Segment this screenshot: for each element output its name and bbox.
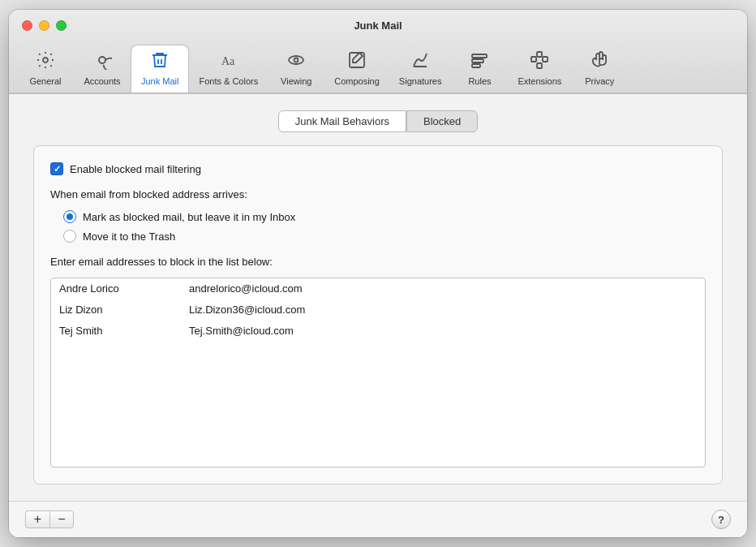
window-title: Junk Mail — [22, 19, 734, 32]
toolbar-label-general: General — [29, 76, 61, 86]
svg-rect-10 — [472, 59, 483, 62]
tab-blocked[interactable]: Blocked — [406, 110, 478, 132]
radio-label-mark: Mark as blocked mail, but leave it in my… — [83, 211, 295, 223]
toolbar-label-viewing: Viewing — [281, 76, 311, 86]
radio-label-trash: Move it to the Trash — [83, 230, 175, 243]
toolbar-item-fonts-colors[interactable]: Aa Fonts & Colors — [189, 45, 268, 93]
enable-filtering-label: Enable blocked mail filtering — [70, 163, 201, 175]
hand-icon — [590, 50, 609, 73]
toolbar-item-signatures[interactable]: Signatures — [389, 45, 452, 93]
toolbar-label-rules: Rules — [468, 76, 491, 86]
enable-filtering-row: ✓ Enable blocked mail filtering — [50, 162, 706, 175]
radio-row-mark: Mark as blocked mail, but leave it in my… — [63, 210, 706, 223]
blocked-name-2: Tej Smith — [59, 325, 189, 337]
toolbar-item-accounts[interactable]: Accounts — [74, 45, 131, 93]
svg-rect-13 — [543, 57, 548, 62]
blocked-addresses-list[interactable]: Andre Lorico andrelorico@icloud.com Liz … — [50, 278, 706, 467]
toolbar-item-privacy[interactable]: Privacy — [571, 45, 628, 93]
remove-button[interactable]: − — [49, 510, 74, 528]
toolbar-label-accounts: Accounts — [84, 76, 120, 86]
toolbar-label-signatures: Signatures — [399, 76, 442, 86]
toolbar-label-extensions: Extensions — [518, 76, 561, 86]
blocked-name-0: Andre Lorico — [59, 282, 189, 295]
minimize-button[interactable] — [39, 20, 49, 31]
toolbar-item-rules[interactable]: Rules — [451, 45, 508, 93]
blocked-email-2: Tej.Smith@icloud.com — [189, 325, 697, 337]
enable-filtering-checkbox[interactable]: ✓ — [50, 162, 63, 175]
title-bar: Junk Mail General — [9, 10, 747, 94]
toolbar-label-composing: Composing — [334, 76, 380, 86]
svg-point-1 — [99, 57, 105, 63]
rules-icon — [470, 50, 489, 73]
junk-mail-icon — [150, 50, 170, 73]
toolbar-item-composing[interactable]: Composing — [324, 45, 389, 93]
svg-point-6 — [294, 58, 299, 62]
extensions-icon — [530, 50, 549, 73]
close-button[interactable] — [22, 20, 32, 31]
bottom-bar: + − ? — [9, 501, 747, 537]
font-icon: Aa — [219, 50, 238, 73]
toolbar: General Accounts — [9, 40, 747, 93]
list-item[interactable]: Liz Dizon Liz.Dizon36@icloud.com — [51, 299, 705, 321]
toolbar-label-junk-mail: Junk Mail — [141, 76, 178, 86]
svg-rect-9 — [472, 54, 487, 58]
checkmark-icon: ✓ — [54, 165, 61, 174]
content-area: Junk Mail Behaviors Blocked ✓ Enable blo… — [9, 94, 747, 501]
at-icon — [92, 50, 112, 73]
list-item[interactable]: Tej Smith Tej.Smith@icloud.com — [51, 321, 705, 342]
gear-icon — [36, 50, 55, 73]
radio-group: Mark as blocked mail, but leave it in my… — [63, 210, 706, 243]
list-item[interactable]: Andre Lorico andrelorico@icloud.com — [51, 278, 705, 299]
svg-point-5 — [289, 56, 303, 64]
toolbar-item-general[interactable]: General — [17, 45, 74, 93]
compose-icon — [347, 50, 367, 73]
toolbar-item-junk-mail[interactable]: Junk Mail — [131, 45, 189, 93]
svg-text:Aa: Aa — [221, 55, 235, 67]
svg-rect-11 — [472, 64, 480, 67]
svg-rect-12 — [531, 57, 536, 62]
toolbar-label-fonts-colors: Fonts & Colors — [199, 76, 258, 86]
toolbar-item-extensions[interactable]: Extensions — [508, 45, 571, 93]
help-button[interactable]: ? — [711, 510, 731, 529]
sub-tab-bar: Junk Mail Behaviors Blocked — [33, 110, 723, 132]
radio-mark-blocked[interactable] — [63, 210, 76, 223]
add-button[interactable]: + — [25, 510, 49, 528]
maximize-button[interactable] — [56, 20, 67, 31]
blocked-email-1: Liz.Dizon36@icloud.com — [189, 304, 697, 316]
signatures-icon — [410, 50, 430, 73]
list-section-header: Enter email addresses to block in the li… — [50, 256, 706, 268]
when-arrives-text: When email from blocked address arrives: — [50, 188, 706, 200]
radio-row-trash: Move it to the Trash — [63, 230, 706, 243]
blocked-email-0: andrelorico@icloud.com — [189, 282, 697, 295]
toolbar-item-viewing[interactable]: Viewing — [268, 45, 324, 93]
svg-rect-14 — [537, 52, 542, 57]
add-remove-buttons: + − — [25, 510, 74, 528]
radio-move-trash[interactable] — [63, 230, 76, 243]
blocked-name-1: Liz Dizon — [59, 304, 189, 316]
settings-panel: ✓ Enable blocked mail filtering When ema… — [33, 145, 723, 485]
tab-junk-mail-behaviors[interactable]: Junk Mail Behaviors — [278, 110, 406, 132]
svg-point-0 — [43, 58, 48, 62]
window-controls — [22, 20, 67, 31]
svg-rect-15 — [537, 63, 542, 68]
toolbar-label-privacy: Privacy — [585, 76, 614, 86]
main-window: Junk Mail General — [9, 10, 747, 537]
eye-icon — [286, 50, 306, 73]
